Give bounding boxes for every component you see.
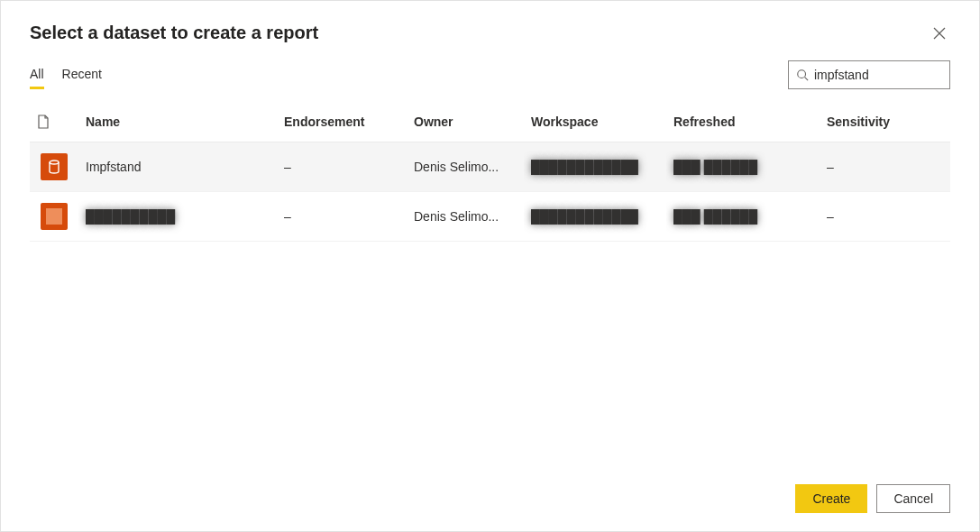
dialog-footer: Create Cancel [1,473,979,531]
svg-point-2 [798,70,806,78]
row-workspace: ████████████ [524,198,666,234]
row-sensitivity: – [820,149,919,185]
tab-all[interactable]: All [30,61,44,88]
table-row[interactable]: Impfstand – Denis Selimo... ████████████… [30,142,950,192]
row-owner: Denis Selimo... [407,198,524,234]
column-workspace[interactable]: Workspace [524,104,666,142]
column-refreshed[interactable]: Refreshed [666,104,820,142]
table-header: Name Endorsement Owner Workspace Refresh… [30,104,950,142]
file-icon [37,115,50,129]
row-name: ██████████ [78,198,277,234]
row-name: Impfstand [78,149,277,185]
dialog-header: Select a dataset to create a report [1,1,979,51]
create-button[interactable]: Create [795,484,867,513]
close-button[interactable] [929,23,950,44]
tabs: All Recent [30,61,102,88]
row-workspace: ████████████ [524,149,666,185]
row-icon-cell [30,192,78,241]
dataset-table: Name Endorsement Owner Workspace Refresh… [1,89,979,473]
column-owner[interactable]: Owner [407,104,524,142]
dataset-icon [41,203,68,230]
table-row[interactable]: ██████████ – Denis Selimo... ███████████… [30,192,950,242]
row-endorsement: – [277,198,407,234]
tab-recent[interactable]: Recent [62,61,102,88]
search-icon [796,69,809,81]
close-icon [933,27,946,40]
dataset-icon [41,153,68,180]
select-dataset-dialog: Select a dataset to create a report All … [0,0,980,532]
row-refreshed: ███ ██████ [666,198,820,234]
svg-line-3 [805,78,809,81]
cancel-button[interactable]: Cancel [876,484,950,513]
column-endorsement[interactable]: Endorsement [277,104,407,142]
row-sensitivity: – [820,198,919,234]
column-icon [30,104,78,142]
column-sensitivity[interactable]: Sensitivity [820,104,919,142]
svg-point-4 [50,161,59,164]
row-endorsement: – [277,149,407,185]
dialog-subheader: All Recent [1,51,979,89]
row-owner: Denis Selimo... [407,149,524,185]
search-input[interactable] [814,68,942,82]
row-refreshed: ███ ██████ [666,149,820,185]
row-icon-cell [30,142,78,191]
dialog-title: Select a dataset to create a report [30,23,318,43]
column-name[interactable]: Name [78,104,277,142]
search-box[interactable] [788,60,950,89]
